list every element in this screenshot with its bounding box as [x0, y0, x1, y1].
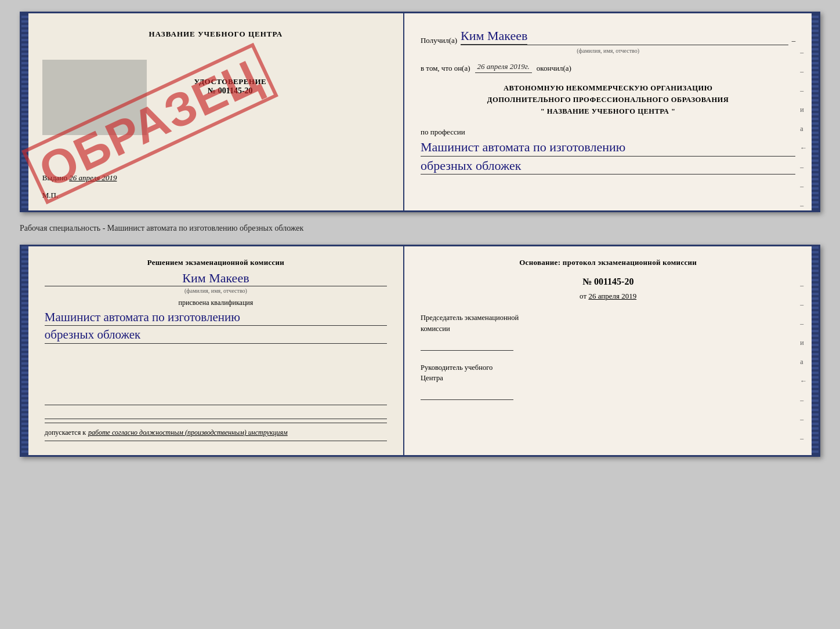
- recipient-name: Ким Макеев: [461, 28, 527, 45]
- bottom-doc-spine-left: [21, 246, 28, 455]
- vydano-date: 26 апреля 2019: [69, 173, 117, 182]
- ot-prefix: от: [580, 292, 586, 300]
- org-line2: ДОПОЛНИТЕЛЬНОГО ПРОФЕССИОНАЛЬНОГО ОБРАЗО…: [421, 94, 795, 106]
- ot-date: от 26 апреля 2019: [421, 292, 795, 301]
- dash-3: –: [800, 86, 807, 95]
- ot-date-value: 26 апреля 2019: [588, 292, 636, 300]
- right-dashes: – – – и а ← – – –: [800, 48, 807, 210]
- bottom-underlines: [45, 392, 387, 420]
- chairman-line1: Председатель экзаменационной: [421, 312, 795, 323]
- doc-spine-right: [812, 13, 819, 210]
- protocol-num: № 001145-20: [421, 277, 795, 287]
- dash-9: –: [800, 201, 807, 210]
- b-dash-9: –: [800, 434, 807, 443]
- uline-1: [45, 392, 387, 405]
- commission-name: Ким Макеев: [45, 271, 387, 286]
- dash-2: –: [800, 67, 807, 76]
- dash-4: и: [800, 106, 807, 114]
- chairman-block: Председатель экзаменационной комиссии: [421, 312, 795, 351]
- rukovoditel-line2: Центра: [421, 373, 795, 384]
- chairman-line2: комиссии: [421, 323, 795, 335]
- photo-placeholder: [42, 60, 147, 135]
- training-center-title: НАЗВАНИЕ УЧЕБНОГО ЦЕНТРА: [149, 30, 283, 39]
- vtom-line: в том, что он(а) 26 апреля 2019г. окончи…: [421, 62, 795, 73]
- top-doc-right: Получил(а) Ким Макеев – (фамилия, имя, о…: [404, 13, 812, 210]
- prisvoena-label: присвоена квалификация: [45, 299, 387, 307]
- top-document: НАЗВАНИЕ УЧЕБНОГО ЦЕНТРА УДОСТОВЕРЕНИЕ №…: [20, 12, 820, 212]
- dash-1: –: [800, 48, 807, 57]
- b-dash-8: –: [800, 415, 807, 424]
- dash-8: –: [800, 182, 807, 191]
- doc-spine-left: [21, 13, 28, 210]
- chairman-sig-line: [421, 339, 513, 351]
- bottom-doc-left: Решением экзаменационной комиссии Ким Ма…: [28, 246, 404, 455]
- dopuskaetsya-block: допускается к работе согласно должностны…: [45, 423, 387, 441]
- dash-after-name: –: [792, 36, 796, 45]
- b-dash-4: и: [800, 339, 807, 347]
- b-dash-3: –: [800, 319, 807, 328]
- b-dash-1: –: [800, 281, 807, 290]
- osnovanie-block: Основание: протокол экзаменационной коми…: [421, 258, 795, 267]
- b-dash-7: –: [800, 396, 807, 405]
- profession-line1: Машинист автомата по изготовлению: [421, 139, 625, 156]
- kvalif-line1-block: Машинист автомата по изготовлению: [45, 310, 387, 326]
- dash-7: –: [800, 163, 807, 172]
- kvalif-line1: Машинист автомата по изготовлению: [45, 310, 240, 325]
- po-professii-label: по профессии: [421, 128, 795, 137]
- bottom-document: Решением экзаменационной комиссии Ким Ма…: [20, 245, 820, 457]
- certificate-number: № 001145-20: [194, 86, 266, 96]
- po-professii-block: по профессии Машинист автомата по изгото…: [421, 128, 795, 174]
- profession-line1-block: Машинист автомата по изготовлению: [421, 139, 795, 157]
- poluchil-label: Получил(а): [421, 36, 457, 45]
- resheniem-block: Решением экзаменационной комиссии: [45, 258, 387, 267]
- bottom-doc-spine-right: [812, 246, 819, 455]
- certificate-label: УДОСТОВЕРЕНИЕ: [194, 77, 266, 86]
- b-dash-6: ←: [800, 377, 807, 386]
- dopuskaetsya-text: работе согласно должностным (производств…: [88, 428, 288, 437]
- fio-hint: (фамилия, имя, отчество): [421, 48, 795, 54]
- rukovoditel-line1: Руководитель учебного: [421, 362, 795, 373]
- vtom-label: в том, что он(а): [421, 64, 470, 73]
- middle-text: Рабочая специальность - Машинист автомат…: [20, 221, 820, 235]
- top-doc-left: НАЗВАНИЕ УЧЕБНОГО ЦЕНТРА УДОСТОВЕРЕНИЕ №…: [28, 13, 404, 210]
- kvalif-line2: обрезных обложек: [45, 327, 141, 343]
- vydano-line: Выдано 26 апреля 2019: [42, 173, 389, 183]
- profession-line2: обрезных обложек: [421, 158, 521, 174]
- org-line1: АВТОНОМНУЮ НЕКОММЕРЧЕСКУЮ ОРГАНИЗАЦИЮ: [421, 82, 795, 94]
- bottom-doc-right: Основание: протокол экзаменационной коми…: [404, 246, 812, 455]
- rukovoditel-sig-line: [421, 388, 513, 400]
- okonchil-label: окончил(а): [537, 64, 571, 73]
- rukovoditel-block: Руководитель учебного Центра: [421, 362, 795, 401]
- uline-2: [45, 406, 387, 419]
- dash-5: а: [800, 125, 807, 133]
- dopuskaetsya-prefix: допускается к: [45, 428, 86, 437]
- b-dash-5: а: [800, 358, 807, 366]
- dash-6: ←: [800, 144, 807, 152]
- org-block: АВТОНОМНУЮ НЕКОММЕРЧЕСКУЮ ОРГАНИЗАЦИЮ ДО…: [421, 82, 795, 117]
- kvalif-line2-block: обрезных обложек: [45, 327, 387, 343]
- vtom-date: 26 апреля 2019г.: [475, 62, 532, 73]
- b-dash-2: –: [800, 300, 807, 309]
- org-name: " НАЗВАНИЕ УЧЕБНОГО ЦЕНТРА ": [421, 106, 795, 117]
- mp-label: М.П.: [42, 191, 58, 200]
- fio-small: (фамилия, имя, отчество): [45, 288, 387, 294]
- certificate-block: УДОСТОВЕРЕНИЕ № 001145-20: [194, 77, 266, 96]
- poluchil-line: Получил(а) Ким Макеев –: [421, 28, 795, 45]
- profession-line2-block: обрезных обложек: [421, 158, 795, 175]
- vydano-label: Выдано: [42, 173, 67, 182]
- bottom-right-dashes: – – – и а ← – – –: [800, 281, 807, 443]
